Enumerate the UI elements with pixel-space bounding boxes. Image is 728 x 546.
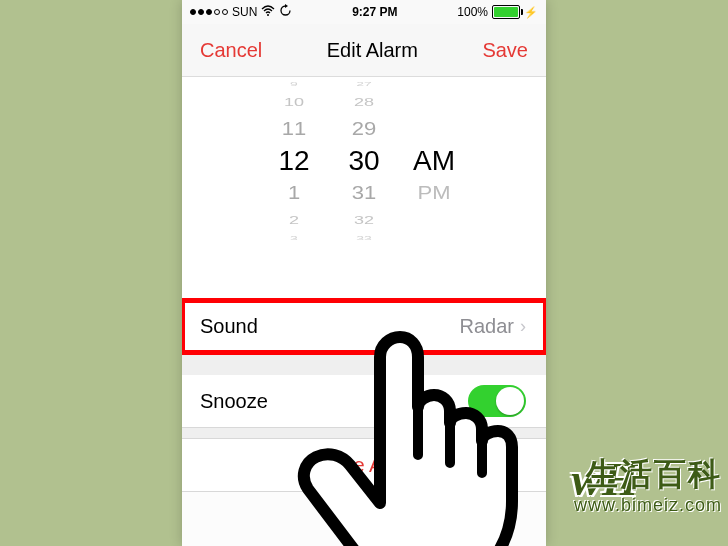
sound-value: Radar (460, 315, 514, 338)
time-picker[interactable]: 9 10 11 12 1 2 3 27 28 29 30 31 32 33 (182, 77, 546, 300)
hour-option[interactable]: 2 (289, 213, 299, 226)
minute-selected[interactable]: 30 (348, 145, 379, 177)
snooze-label: Snooze (200, 390, 268, 413)
hour-option[interactable]: 1 (288, 179, 300, 206)
site-url: www.bimeiz.com (574, 495, 722, 516)
save-button[interactable]: Save (482, 39, 528, 62)
minute-option[interactable]: 29 (352, 115, 376, 142)
settings-table: Sound Radar › Snooze Delete Alarm (182, 300, 546, 492)
status-left: SUN (190, 4, 292, 20)
toggle-knob (496, 387, 524, 415)
minute-option[interactable]: 28 (354, 95, 374, 108)
phone-screen: SUN 9:27 PM 100% ⚡ Cancel Edit Alarm Sav… (182, 0, 546, 546)
status-bar: SUN 9:27 PM 100% ⚡ (182, 0, 546, 24)
hour-selected[interactable]: 12 (278, 145, 309, 177)
navbar: Cancel Edit Alarm Save (182, 24, 546, 77)
site-name-cn: 生活百科 (574, 453, 722, 497)
status-time: 9:27 PM (352, 5, 397, 19)
charging-icon: ⚡ (524, 6, 538, 19)
hour-option[interactable]: 10 (284, 95, 304, 108)
page-title: Edit Alarm (327, 39, 418, 62)
minute-option[interactable]: 32 (354, 213, 374, 226)
carrier-label: SUN (232, 5, 257, 19)
ampm-option[interactable]: PM (418, 179, 451, 206)
delete-alarm-button[interactable]: Delete Alarm (182, 438, 546, 492)
status-right: 100% ⚡ (457, 5, 538, 19)
hour-option[interactable]: 11 (282, 115, 306, 142)
hour-column[interactable]: 9 10 11 12 1 2 3 (259, 77, 329, 299)
minute-option[interactable]: 27 (356, 81, 372, 87)
sync-icon (279, 4, 292, 20)
snooze-row: Snooze (182, 375, 546, 428)
delete-alarm-label: Delete Alarm (307, 454, 422, 477)
battery-icon (492, 5, 520, 19)
ampm-column[interactable]: AM PM (399, 77, 469, 299)
ampm-selected[interactable]: AM (413, 145, 455, 177)
site-label: 生活百科 www.bimeiz.com (574, 453, 722, 516)
wikihow-logo: wH (572, 453, 638, 506)
cancel-button[interactable]: Cancel (200, 39, 262, 62)
svg-point-0 (267, 14, 269, 16)
minute-option[interactable]: 31 (352, 179, 376, 206)
battery-percent: 100% (457, 5, 488, 19)
sound-label: Sound (200, 315, 258, 338)
signal-dots-icon (190, 9, 228, 15)
hour-option[interactable]: 3 (290, 235, 298, 241)
minute-column[interactable]: 27 28 29 30 31 32 33 (329, 77, 399, 299)
minute-option[interactable]: 33 (356, 235, 372, 241)
chevron-right-icon: › (520, 316, 526, 337)
hour-option[interactable]: 9 (290, 81, 298, 87)
snooze-toggle[interactable] (468, 385, 526, 417)
wifi-icon (261, 5, 275, 20)
sound-row[interactable]: Sound Radar › (182, 300, 546, 353)
